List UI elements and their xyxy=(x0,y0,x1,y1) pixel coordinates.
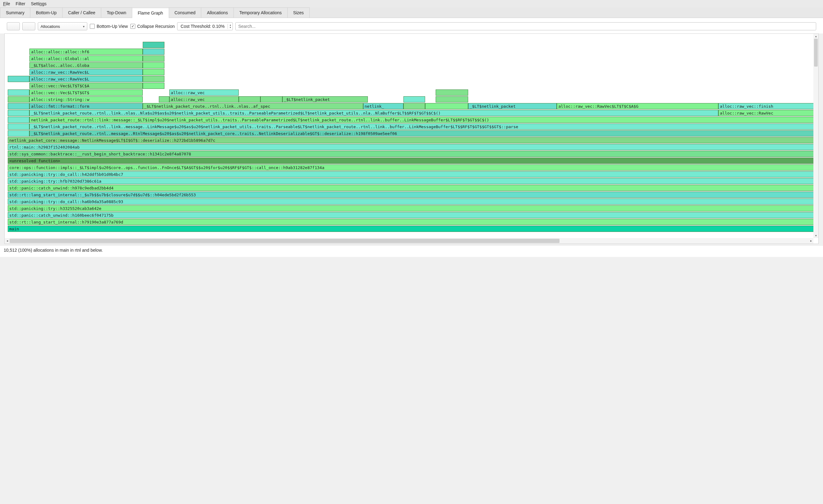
scroll-right-icon[interactable]: ▸ xyxy=(808,238,813,243)
flame-block[interactable]: std::rt::lang_start_internal::h79190e3a8… xyxy=(8,219,815,225)
flame-block[interactable]: rtnl::main::h2983f152402084ab xyxy=(8,144,815,150)
flame-block[interactable]: std::sys_common::backtrace::__rust_begin… xyxy=(8,151,815,157)
metric-select-value: Allocations xyxy=(40,24,60,29)
scroll-left-icon[interactable]: ◂ xyxy=(5,238,10,243)
tab-temporary-allocations[interactable]: Temporary Allocations xyxy=(233,7,288,18)
flame-block[interactable]: std::panicking::try::do_call::h42ddf5b01… xyxy=(8,171,815,177)
chevron-down-icon: ▾ xyxy=(83,25,85,28)
flame-graph-canvas: mainstd::rt::lang_start_internal::h79190… xyxy=(4,33,819,244)
toolbar: Allocations ▾ Bottom-Up View ✓ Collapse … xyxy=(0,18,823,33)
toolbar-button-2[interactable] xyxy=(22,22,35,30)
flame-block[interactable] xyxy=(8,90,29,96)
flame-block[interactable]: netlink_packet_core::message::NetlinkMes… xyxy=(8,137,815,143)
flame-block[interactable] xyxy=(425,103,468,109)
flame-block[interactable] xyxy=(143,82,164,89)
flame-block[interactable] xyxy=(143,55,164,61)
flame-block[interactable] xyxy=(8,110,29,116)
tabbar: SummaryBottom-UpCaller / CalleeTop-DownF… xyxy=(0,7,823,18)
menu-file[interactable]: File xyxy=(3,1,10,6)
flame-block[interactable]: netlink_packet_route::rtnl::link::messag… xyxy=(29,117,815,123)
menu-settings[interactable]: Settings xyxy=(31,1,47,6)
flame-block[interactable]: core::ops::function::impls::_$LT$impl$u2… xyxy=(8,164,815,171)
flame-block[interactable]: alloc::raw_vec::RawVec$LT$T$C$A$G xyxy=(557,103,718,109)
tab-flame-graph[interactable]: Flame Graph xyxy=(132,8,169,18)
flame-block[interactable]: alloc::alloc::alloc::hf6 xyxy=(29,49,142,55)
status-bar: 10,512 (100%) allocations in main in rtn… xyxy=(0,246,823,257)
tab-top-down[interactable]: Top-Down xyxy=(101,7,132,18)
flame-block[interactable]: std::panicking::try::h3325520cab3a642e xyxy=(8,205,815,211)
search-input[interactable] xyxy=(235,22,816,30)
flame-block[interactable] xyxy=(8,130,29,137)
flame-block[interactable]: main xyxy=(8,226,815,232)
flame-block[interactable] xyxy=(159,96,169,103)
flame-block[interactable]: alloc::string::String::w xyxy=(29,96,142,103)
flame-block[interactable]: std::panicking::try::do_call::ha6b9da35a… xyxy=(8,198,815,205)
flame-block[interactable]: alloc::vec::Vec$LT$T$C$A xyxy=(29,82,142,89)
spinner-arrows[interactable]: ▲▼ xyxy=(227,24,232,29)
flame-block[interactable] xyxy=(261,96,282,103)
tab-sizes[interactable]: Sizes xyxy=(287,7,310,18)
flame-block[interactable] xyxy=(143,42,164,48)
flame-block[interactable]: _$LT$netlink_packet_route..rtnl..link..n… xyxy=(29,110,718,116)
bottom-up-label: Bottom-Up View xyxy=(97,24,128,29)
flame-block[interactable]: std::panicking::try::hfb70320d7386c61a xyxy=(8,178,815,184)
flame-block[interactable] xyxy=(143,76,164,82)
tab-caller-callee[interactable]: Caller / Callee xyxy=(62,7,101,18)
tab-bottom-up[interactable]: Bottom-Up xyxy=(30,7,62,18)
vertical-scrollbar[interactable]: ▴ ▾ xyxy=(813,34,818,238)
flame-block[interactable] xyxy=(403,103,425,109)
flame-block[interactable]: std::panic::catch_unwind::h978c9edbad2bb… xyxy=(8,185,815,191)
flame-block[interactable]: _$LT$netlink_packet xyxy=(282,96,368,103)
bottom-up-checkbox[interactable]: Bottom-Up View xyxy=(90,24,128,29)
collapse-recursion-checkbox[interactable]: ✓ Collapse Recursion xyxy=(130,24,175,29)
flame-block[interactable] xyxy=(143,69,164,75)
flame-block[interactable]: std::panic::catch_unwind::h160beec6f0471… xyxy=(8,212,815,218)
flame-block[interactable]: alloc::raw_vec xyxy=(169,90,239,96)
toolbar-button-1[interactable] xyxy=(7,22,20,30)
collapse-label: Collapse Recursion xyxy=(137,24,175,29)
flame-block[interactable] xyxy=(8,124,29,130)
flame-block[interactable]: netlink_ xyxy=(363,103,403,109)
flame-block[interactable]: _$LT$alloc..alloc..Globa xyxy=(29,62,142,68)
flame-block[interactable]: alloc::raw_vec::RawVec$L xyxy=(29,69,142,75)
tab-allocations[interactable]: Allocations xyxy=(201,7,234,18)
scroll-down-icon[interactable]: ▾ xyxy=(813,233,818,238)
flame-block[interactable] xyxy=(8,96,29,103)
flame-block[interactable]: alloc::raw_vec::RawVec$L xyxy=(29,76,142,82)
flame-block[interactable]: alloc::raw_vec xyxy=(169,96,239,103)
flame-block[interactable] xyxy=(239,96,261,103)
tab-summary[interactable]: Summary xyxy=(0,7,30,18)
checkbox-box xyxy=(90,24,95,29)
flame-block[interactable] xyxy=(143,49,164,55)
flame-block[interactable]: _$LT$netlink_packet_route..rtnl..link..m… xyxy=(29,124,815,130)
flame-block[interactable]: alloc::raw_vec::RawVec xyxy=(718,110,815,116)
flame-block[interactable] xyxy=(143,62,164,68)
flame-block[interactable]: std::rt::lang_start_internal::_$u7b$$u7b… xyxy=(8,192,815,198)
menubar: File Filter Settings xyxy=(0,0,823,7)
tab-consumed[interactable]: Consumed xyxy=(169,7,201,18)
flame-block[interactable]: alloc::raw_vec::finish xyxy=(718,103,815,109)
flame-block[interactable]: alloc::fmt::format::form xyxy=(29,103,142,109)
checkbox-box: ✓ xyxy=(130,24,135,29)
flame-block[interactable]: alloc::vec::Vec$LT$T$GT$ xyxy=(29,90,142,96)
flame-block[interactable]: _$LT$netlink_packet xyxy=(468,103,557,109)
scrollbar-thumb[interactable] xyxy=(10,239,559,243)
flame-block[interactable] xyxy=(8,117,29,123)
metric-select[interactable]: Allocations ▾ xyxy=(38,22,87,30)
menu-filter[interactable]: Filter xyxy=(16,1,25,6)
cost-threshold-value: Cost Threshold: 0.10% xyxy=(177,24,227,29)
flame-block[interactable] xyxy=(436,90,468,96)
flame-graph[interactable]: mainstd::rt::lang_start_internal::h79190… xyxy=(8,37,815,232)
scrollbar-thumb[interactable] xyxy=(814,39,818,66)
flame-block[interactable]: _$LT$netlink_packet_route..rtnl..link..n… xyxy=(143,103,363,109)
flame-block[interactable]: alloc::alloc::Global::al xyxy=(29,55,142,61)
flame-block[interactable] xyxy=(403,96,425,103)
horizontal-scrollbar[interactable]: ◂ ▸ xyxy=(5,238,813,243)
flame-block[interactable] xyxy=(8,103,29,109)
flame-block[interactable]: <unresolved function> xyxy=(8,158,815,164)
scroll-up-icon[interactable]: ▴ xyxy=(813,34,818,39)
flame-block[interactable]: _$LT$netlink_packet_route..rtnl..message… xyxy=(29,130,815,137)
flame-block[interactable] xyxy=(8,76,29,82)
cost-threshold-spinner[interactable]: Cost Threshold: 0.10% ▲▼ xyxy=(177,22,233,30)
flame-block[interactable] xyxy=(436,96,468,103)
